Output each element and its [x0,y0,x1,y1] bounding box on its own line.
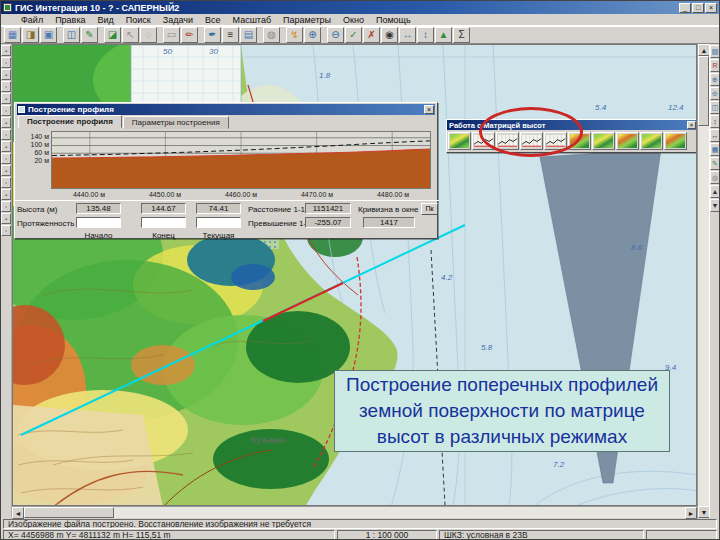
lt-15-button[interactable]: ▪ [1,213,11,224]
height-label: Высота (м) [17,205,58,214]
target-point-button[interactable]: ◉ [381,27,398,43]
x-tick-label: 4470.00 м [291,191,343,198]
menu-item-10[interactable]: Помощь [370,15,417,25]
lt-5-button[interactable]: ▪ [1,93,11,104]
menu-item-6[interactable]: Все [199,15,227,25]
highlight-oval-annotation [479,107,583,157]
side-panel-button[interactable]: Пк [421,203,438,215]
lt-7-button[interactable]: ▪ [1,117,11,128]
app-icon [3,3,12,12]
menu-item-2[interactable]: Правка [49,15,91,25]
depth-label: 8.6 [631,243,642,252]
lt-9-button[interactable]: ▪ [1,141,11,152]
copy-object-button[interactable]: ◪ [104,27,121,43]
zoom-in-button[interactable]: ⊕ [304,27,321,43]
window-titlebar[interactable]: ГИС Интеграция 10 - ? - САПЕРНЫЙ2 _ □ × [1,1,719,14]
select-rect-button[interactable]: ▭ [163,27,180,43]
lt-14-button[interactable]: ▫ [1,201,11,212]
scroll-right-button[interactable]: ► [685,507,697,519]
rt-matrix-button[interactable]: ▧ [710,45,720,58]
minimize-button[interactable]: _ [679,3,691,13]
edit-pen-button[interactable]: ✏ [181,27,198,43]
vertical-scroll-thumb[interactable] [698,56,709,126]
rt-zoom-out-button[interactable]: ⊖ [710,87,720,100]
horizontal-scrollbar[interactable]: ◄ ► [12,506,697,518]
dialog-close-button[interactable]: × [424,105,434,114]
menu-item-5[interactable]: Задачи [157,15,199,25]
status-scale[interactable]: 1 : 100 000 [337,530,437,540]
y-tick-label: 20 м [17,157,49,164]
legend-table-button[interactable]: ▤ [240,27,257,43]
lt-13-button[interactable]: ▪ [1,189,11,200]
rt-render-button[interactable]: ◍ [710,171,720,184]
lt-4-button[interactable]: ▫ [1,81,11,92]
horizontal-scroll-thumb[interactable] [24,507,114,518]
lt-16-button[interactable]: ▫ [1,225,11,236]
lt-1-button[interactable]: ▪ [1,45,11,56]
lt-10-button[interactable]: ▫ [1,153,11,164]
create-object-button[interactable]: ✎ [81,27,98,43]
select-circle-button[interactable]: ◌ [140,27,157,43]
dialog-fields: Высота (м) Протяженность (м) 135.48 144.… [15,200,439,240]
matrix-toolbar-close-button[interactable]: × [687,121,696,129]
close-button[interactable]: × [705,3,717,13]
rt-save-view-button[interactable]: ◫ [710,101,720,114]
profile-dialog-titlebar[interactable]: Построение профиля × [17,104,435,115]
height-zones-button[interactable] [592,132,615,150]
height-start-value: 135.48 [76,203,121,214]
length-current-input[interactable] [196,217,241,228]
pan-vertical-button[interactable]: ↕ [417,27,434,43]
rt-down-button[interactable]: ▼ [710,199,720,212]
lt-2-button[interactable]: ▫ [1,57,11,68]
lt-6-button[interactable]: ▫ [1,105,11,116]
vertical-scrollbar[interactable]: ▲ ▼ [697,44,709,518]
layer-paint-button[interactable] [616,132,639,150]
apply-check-button[interactable]: ✓ [345,27,362,43]
open-document-button[interactable]: ◨ [22,27,39,43]
relief-shade-button[interactable] [640,132,663,150]
rt-zoom-in-button[interactable]: ⊕ [710,73,720,86]
status-message: Изображение файла построено. Восстановле… [3,519,717,529]
depth-label: 4.2 [441,273,452,282]
close-map-button[interactable]: ▣ [40,27,57,43]
run-task-button[interactable]: ↯ [286,27,303,43]
statistics-button[interactable]: Σ [453,27,470,43]
menu-item-7[interactable]: Масштаб [227,15,278,25]
maximize-button[interactable]: □ [692,3,704,13]
x-tick-label: 4440.00 м [63,191,115,198]
profile-mode-button[interactable] [664,132,687,150]
save-button[interactable]: ◫ [63,27,80,43]
rt-pan-h-button[interactable]: ↔ [710,129,720,142]
length-start-input[interactable] [76,217,121,228]
length-end-input[interactable] [141,217,186,228]
rt-raster-button[interactable]: R [710,59,720,72]
scroll-left-button[interactable]: ◄ [12,507,24,519]
zoom-out-button[interactable]: ⊖ [327,27,344,43]
lt-8-button[interactable]: ▫ [1,129,11,140]
lt-12-button[interactable]: ▫ [1,177,11,188]
dialog-tab-1[interactable]: Построение профиля [18,115,122,128]
rt-pan-v-button[interactable]: ↕ [710,115,720,128]
lt-11-button[interactable]: ▪ [1,165,11,176]
rt-grid-button[interactable]: ▦ [710,143,720,156]
menu-item-8[interactable]: Параметры [277,15,337,25]
menu-item-4[interactable]: Поиск [120,15,157,25]
cancel-cross-button[interactable]: ✗ [363,27,380,43]
select-arrow-button[interactable]: ↖ [122,27,139,43]
rt-edit-button[interactable]: ✎ [710,157,720,170]
matrix-view-button[interactable] [448,132,471,150]
map-viewport[interactable]: 50301.82.63.44.25.86.47.28.69.412.45.43.… [12,44,697,506]
pan-horizontal-button[interactable]: ↔ [399,27,416,43]
dialog-tab-2[interactable]: Параметры построения [123,116,229,129]
render-mode-button[interactable]: ◍ [263,27,280,43]
menu-bar: ФайлПравкаВидПоискЗадачиВсеМасштабПараме… [1,14,719,26]
north-arrow-button[interactable]: ▲ [435,27,452,43]
menu-item-9[interactable]: Окно [337,15,370,25]
menu-item-3[interactable]: Вид [92,15,120,25]
draw-pen-button[interactable]: ✒ [204,27,221,43]
menu-item-1[interactable]: Файл [15,15,49,25]
rt-up-button[interactable]: ▲ [710,185,720,198]
open-map-button[interactable]: ▦ [4,27,21,43]
lt-3-button[interactable]: ▪ [1,69,11,80]
object-list-button[interactable]: ≡ [222,27,239,43]
